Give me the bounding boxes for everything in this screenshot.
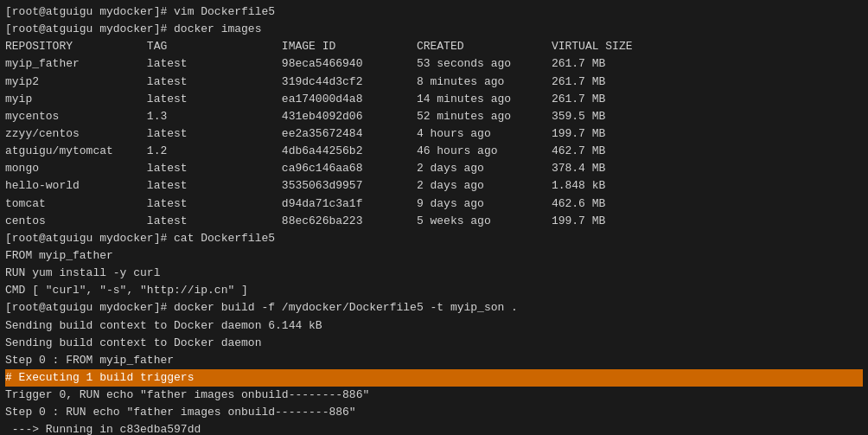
sending-build-context-1: Sending build context to Docker daemon 6… bbox=[5, 317, 863, 335]
cmd-vim: [root@atguigu mydocker]# vim Dockerfile5 bbox=[5, 3, 863, 21]
row-myip-father: myip_father latest 98eca5466940 53 secon… bbox=[5, 55, 863, 73]
cmd-docker-build: [root@atguigu mydocker]# docker build -f… bbox=[5, 299, 863, 317]
trigger-0: Trigger 0, RUN echo "father images onbui… bbox=[5, 387, 863, 404]
step-0-run: Step 0 : RUN echo "father images onbuild… bbox=[5, 404, 863, 421]
executing-build-triggers: # Executing 1 build triggers bbox=[5, 369, 863, 387]
table-header: REPOSITORY TAG IMAGE ID CREATED VIRTUAL … bbox=[5, 38, 863, 55]
cmd-docker-images: [root@atguigu mydocker]# docker images bbox=[5, 21, 863, 38]
step-0-from: Step 0 : FROM myip_father bbox=[5, 352, 863, 369]
sending-build-context-2: Sending build context to Docker daemon bbox=[5, 335, 863, 352]
row-hello-world: hello-world latest 3535063d9957 2 days a… bbox=[5, 177, 863, 195]
row-mongo: mongo latest ca96c146aa68 2 days ago 378… bbox=[5, 160, 863, 177]
dockerfile-from: FROM myip_father bbox=[5, 247, 863, 265]
cmd-cat-dockerfile: [root@atguigu mydocker]# cat Dockerfile5 bbox=[5, 230, 863, 247]
dockerfile-cmd: CMD [ "curl", "-s", "http://ip.cn" ] bbox=[5, 282, 863, 299]
row-myip2: myip2 latest 319dc44d3cf2 8 minutes ago … bbox=[5, 74, 863, 91]
row-centos: centos latest 88ec626ba223 5 weeks ago 1… bbox=[5, 213, 863, 230]
row-myip: myip latest ea174000d4a8 14 minutes ago … bbox=[5, 91, 863, 108]
dockerfile-run: RUN yum install -y curl bbox=[5, 265, 863, 282]
row-mycentos: mycentos 1.3 431eb4092d06 52 minutes ago… bbox=[5, 108, 863, 125]
row-tomcat: tomcat latest d94da71c3a1f 9 days ago 46… bbox=[5, 195, 863, 213]
terminal: [root@atguigu mydocker]# vim Dockerfile5… bbox=[0, 0, 868, 435]
row-zzyy-centos: zzyy/centos latest ee2a35672484 4 hours … bbox=[5, 125, 863, 143]
row-atguigu-mytomcat: atguigu/mytomcat 1.2 4db6a44256b2 46 hou… bbox=[5, 143, 863, 160]
running-in: ---> Running in c83edba597dd bbox=[5, 421, 863, 435]
